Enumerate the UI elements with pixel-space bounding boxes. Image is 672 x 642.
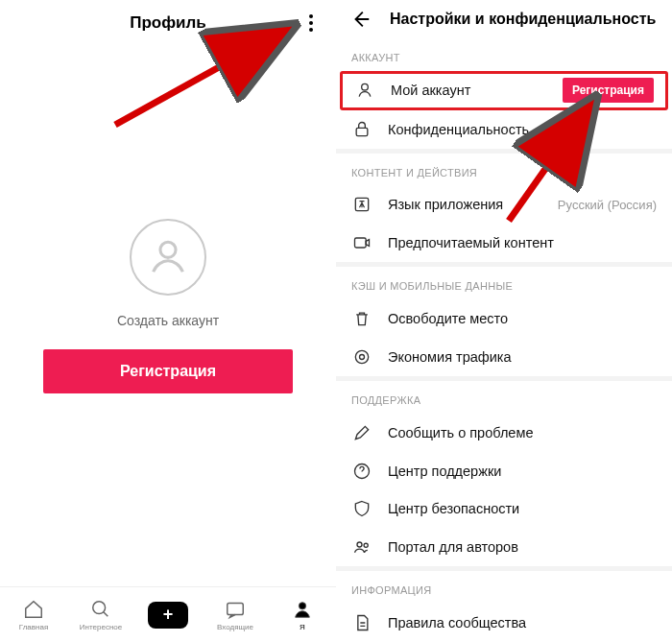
nav-discover-label: Интересное	[80, 623, 122, 631]
profile-body: Создать аккаунт Регистрация	[0, 46, 336, 642]
nav-inbox-label: Входящие	[217, 623, 253, 631]
back-button[interactable]	[349, 8, 372, 31]
row-app-language[interactable]: Язык приложения Русский (Россия)	[336, 186, 672, 225]
settings-title: Настройки и конфиденциальность	[390, 11, 656, 28]
register-button[interactable]: Регистрация	[43, 349, 293, 393]
row-data-saver[interactable]: Экономия трафика	[336, 338, 672, 376]
nav-discover[interactable]: Интересное	[67, 587, 134, 642]
section-support: ПОДДЕРЖКА	[336, 381, 672, 414]
bottom-nav: Главная Интересное + Входящие	[0, 586, 336, 642]
search-icon	[89, 598, 112, 621]
my-account-label: Мой аккаунт	[391, 83, 547, 98]
section-info: ИНФОРМАЦИЯ	[336, 571, 672, 604]
row-community-rules[interactable]: Правила сообщества	[336, 604, 672, 642]
shield-icon	[351, 498, 372, 519]
nav-create[interactable]: +	[134, 587, 202, 642]
people-icon	[351, 536, 372, 558]
data-saver-icon	[351, 346, 372, 368]
nav-me-label: Я	[300, 623, 305, 631]
nav-inbox[interactable]: Входящие	[202, 587, 269, 642]
row-safety-center[interactable]: Центр безопасности	[336, 490, 672, 529]
help-icon	[351, 461, 372, 482]
person-outline-icon	[354, 80, 375, 101]
svg-point-9	[360, 354, 365, 359]
avatar-placeholder	[130, 219, 206, 296]
creator-portal-label: Портал для авторов	[388, 539, 657, 555]
section-content: КОНТЕНТ И ДЕЙСТВИЯ	[336, 154, 672, 186]
community-rules-label: Правила сообщества	[388, 615, 657, 630]
help-center-label: Центр поддержки	[388, 464, 657, 479]
row-preferred-content[interactable]: Предпочитаемый контент	[336, 224, 672, 262]
privacy-label: Конфиденциальность	[388, 122, 657, 137]
row-my-account[interactable]: Мой аккаунт Регистрация	[340, 71, 668, 110]
free-space-label: Освободите место	[388, 311, 657, 326]
svg-point-8	[355, 350, 368, 363]
svg-point-12	[364, 544, 368, 548]
profile-title: Профиль	[130, 13, 206, 33]
profile-header: Профиль	[0, 0, 336, 46]
home-icon	[22, 598, 45, 621]
section-account: АККАУНТ	[336, 38, 672, 71]
settings-screen: Настройки и конфиденциальность АККАУНТ М…	[336, 0, 672, 642]
safety-center-label: Центр безопасности	[388, 501, 657, 516]
data-saver-label: Экономия трафика	[388, 349, 657, 365]
trash-icon	[351, 308, 372, 329]
inbox-icon	[224, 598, 247, 621]
arrow-left-icon	[350, 9, 372, 30]
register-badge[interactable]: Регистрация	[563, 78, 654, 103]
nav-me[interactable]: Я	[269, 587, 336, 642]
profile-screen: Профиль Создать аккаунт Регистрация Глав…	[0, 0, 336, 642]
svg-point-4	[362, 84, 369, 91]
svg-point-3	[299, 603, 305, 609]
person-icon	[146, 235, 190, 279]
create-account-label: Создать аккаунт	[117, 313, 219, 328]
plus-icon: +	[148, 602, 188, 629]
app-language-value: Русский (Россия)	[558, 198, 657, 212]
app-language-label: Язык приложения	[388, 197, 542, 212]
report-problem-label: Сообщить о проблеме	[388, 425, 657, 440]
video-icon	[351, 232, 372, 253]
svg-rect-7	[355, 238, 367, 248]
lock-icon	[351, 119, 372, 140]
svg-rect-5	[356, 128, 368, 135]
preferred-content-label: Предпочитаемый контент	[388, 235, 657, 250]
section-cache: КЭШ И МОБИЛЬНЫЕ ДАННЫЕ	[336, 267, 672, 299]
row-report-problem[interactable]: Сообщить о проблеме	[336, 414, 672, 452]
row-help-center[interactable]: Центр поддержки	[336, 452, 672, 490]
svg-point-1	[93, 602, 106, 614]
svg-point-0	[160, 242, 176, 257]
row-free-space[interactable]: Освободите место	[336, 299, 672, 338]
language-icon	[351, 194, 372, 215]
profile-icon	[291, 598, 314, 621]
svg-point-11	[357, 542, 362, 547]
settings-header: Настройки и конфиденциальность	[336, 0, 672, 38]
svg-rect-2	[228, 604, 244, 615]
pencil-icon	[351, 422, 372, 443]
nav-home[interactable]: Главная	[0, 587, 67, 642]
row-creator-portal[interactable]: Портал для авторов	[336, 528, 672, 566]
nav-home-label: Главная	[19, 623, 48, 631]
more-options-icon[interactable]	[300, 12, 323, 35]
row-privacy[interactable]: Конфиденциальность	[336, 110, 672, 149]
document-icon	[351, 612, 372, 633]
